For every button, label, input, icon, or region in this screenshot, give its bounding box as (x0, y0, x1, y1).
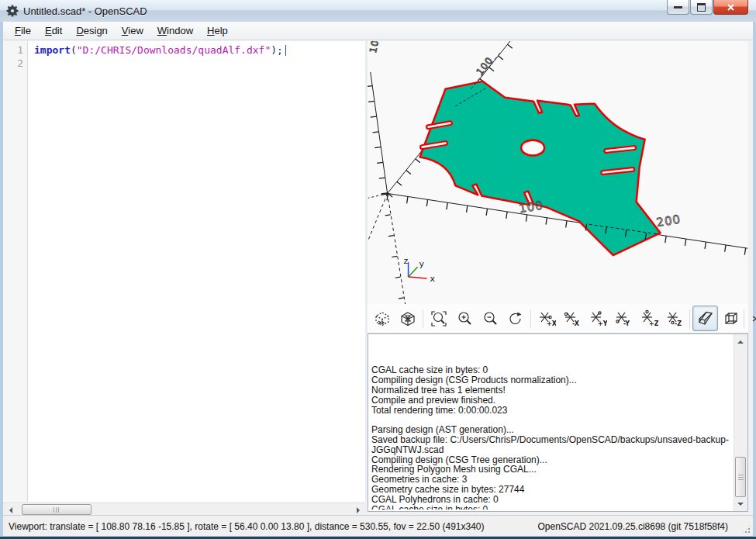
zoom-out-icon (481, 309, 499, 328)
close-button[interactable] (713, 0, 748, 15)
version-status-text: OpenSCAD 2021.09.25.ci8698 (git 7518f58f… (537, 521, 728, 532)
perspective-button[interactable] (692, 306, 718, 331)
minimize-button[interactable] (667, 0, 689, 15)
resize-grip[interactable] (741, 524, 751, 534)
toolbar-separator (530, 309, 531, 328)
console-line: Normalized tree has 1 elements! (371, 385, 733, 396)
console-scrollbar[interactable] (734, 334, 747, 511)
console-line: Geometry cache size in bytes: 27744 (371, 485, 733, 495)
view-minus-z-button[interactable]: -Z (661, 306, 687, 331)
x-axis-100-label: 100 (518, 199, 544, 216)
toolbar-separator (689, 309, 690, 328)
y-axis-100-label: 100 (475, 55, 495, 78)
line-number: 1 (17, 44, 23, 56)
arrow-left-icon (6, 507, 12, 513)
shape-center-hole (521, 140, 544, 156)
reset-view-button[interactable] (502, 306, 528, 331)
statusbar: Viewport: translate = [ 108.80 78.16 -15… (3, 515, 753, 536)
triad-z-label: z (404, 256, 409, 266)
arrow-down-icon (737, 503, 744, 509)
zoom-out-button[interactable] (477, 306, 502, 331)
svg-text:+Y: +Y (598, 320, 607, 327)
menubar: File Edit Design View Window Help (3, 22, 753, 40)
view-toolbar: +X -X +Y -Y +Z (368, 304, 748, 333)
titlebar[interactable]: Untitled.scad* - OpenSCAD (0, 0, 756, 22)
view-minus-z-icon: -Z (665, 309, 684, 328)
console-line: JGGqNTWJ.scad (371, 445, 733, 455)
overflow-chevron-icon (751, 313, 756, 324)
close-icon (727, 3, 735, 12)
arrow-up-icon (737, 337, 744, 344)
orthographic-button[interactable] (718, 306, 744, 331)
viewport-status-text: Viewport: translate = [ 108.80 78.16 -15… (9, 521, 485, 532)
console-line: CGAL Polyhedrons in cache: 0 (371, 495, 733, 505)
x-axis-200-label: 200 (655, 212, 682, 230)
horizontal-scroll-thumb[interactable] (22, 504, 91, 515)
console-line: Compile and preview finished. (371, 396, 733, 406)
view-plus-z-icon: +Z (640, 309, 658, 328)
z-axis-100-label: 100 (368, 41, 382, 54)
view-minus-y-icon: -Y (614, 309, 633, 328)
menu-edit[interactable]: Edit (38, 22, 69, 39)
triad-y-label: y (419, 259, 425, 269)
zoom-all-icon (430, 309, 448, 328)
scroll-down-button[interactable] (734, 498, 747, 511)
viewport-3d[interactable]: 100 100 100 (368, 41, 748, 304)
menu-file[interactable]: File (8, 22, 38, 39)
view-plus-x-button[interactable]: +X (533, 306, 559, 331)
console-line: CGAL cache size in bytes: 0 (371, 505, 733, 510)
viewport-canvas: 100 100 100 (368, 41, 748, 304)
menu-help[interactable]: Help (200, 22, 235, 39)
view-minus-x-button[interactable]: -X (559, 306, 585, 331)
view-minus-x-icon: -X (563, 309, 582, 328)
render-button[interactable] (395, 306, 420, 331)
text-caret (285, 45, 286, 56)
toolbar-separator (423, 309, 423, 328)
code-editor[interactable]: 1 2 import("D:/CHRIS/Downloads/quadAlf.d… (3, 41, 365, 502)
maximize-icon (697, 3, 706, 12)
render-icon (399, 309, 417, 328)
vertical-scroll-thumb[interactable] (735, 457, 746, 497)
openscad-logo-icon (6, 5, 19, 17)
zoom-all-button[interactable] (426, 306, 451, 331)
perspective-icon (696, 309, 715, 328)
orthographic-icon (722, 309, 740, 328)
scroll-up-button[interactable] (734, 334, 747, 347)
openscad-window: Untitled.scad* - OpenSCAD File Edit Desi… (0, 0, 756, 539)
reset-view-icon (506, 309, 525, 328)
view-plus-z-button[interactable]: +Z (636, 306, 661, 331)
console-output: CGAL cache size in bytes: 0Compiling des… (371, 336, 733, 510)
toolbar-separator (744, 309, 744, 328)
svg-text:+Z: +Z (649, 320, 658, 327)
code-line[interactable]: import("D:/CHRIS/Downloads/quadAlf.dxf")… (34, 44, 286, 56)
view-plus-x-icon: +X (537, 309, 556, 328)
code-keyword: import (34, 44, 71, 56)
zoom-in-button[interactable] (451, 306, 477, 331)
svg-text:-Z: -Z (675, 320, 682, 327)
toolbar-overflow-button[interactable] (747, 306, 756, 331)
svg-text:-Y: -Y (623, 320, 630, 327)
preview-button[interactable] (369, 306, 395, 331)
view-plus-y-icon: +Y (589, 309, 607, 328)
view-plus-y-button[interactable]: +Y (585, 306, 610, 331)
line-number: 2 (17, 57, 23, 69)
line-number-gutter: 1 2 (3, 41, 28, 502)
console-line: Saved backup file: C:/Users/ChrisP/Docum… (371, 435, 733, 445)
console-panel[interactable]: CGAL cache size in bytes: 0Compiling des… (368, 333, 748, 512)
triad-x-label: x (430, 274, 435, 284)
zoom-in-icon (455, 309, 474, 328)
console-line: Total rendering time: 0:00:00.023 (371, 406, 733, 416)
code-string: "D:/CHRIS/Downloads/quadAlf.dxf" (77, 44, 271, 56)
view-minus-y-button[interactable]: -Y (610, 306, 636, 331)
window-title: Untitled.scad* - OpenSCAD (23, 5, 147, 17)
arrow-right-icon (357, 507, 363, 513)
svg-text:-X: -X (572, 320, 580, 327)
maximize-button[interactable] (690, 0, 713, 15)
minimize-icon (674, 6, 682, 9)
svg-text:+X: +X (547, 320, 556, 327)
menu-design[interactable]: Design (69, 22, 114, 39)
menu-window[interactable]: Window (150, 22, 200, 39)
preview-icon (373, 309, 392, 328)
menu-view[interactable]: View (115, 22, 150, 39)
